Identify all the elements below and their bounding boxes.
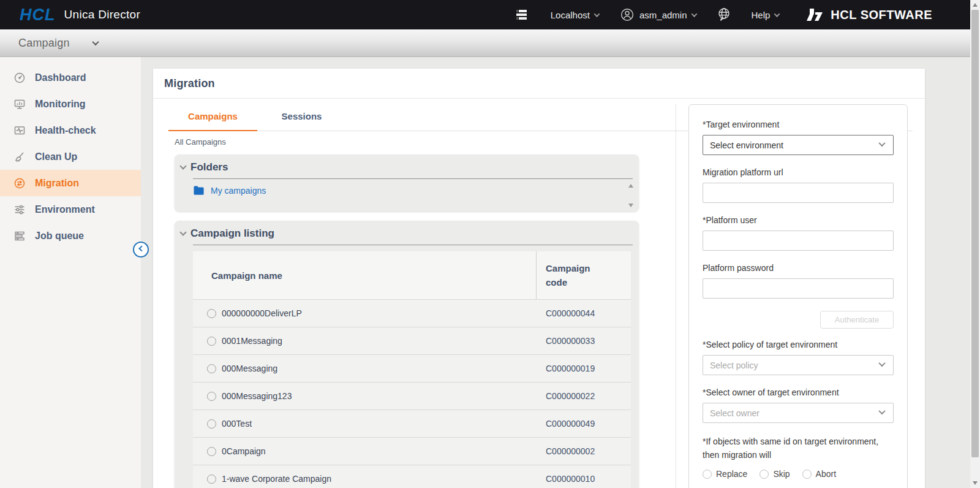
policy-select[interactable]: Select policy <box>703 355 894 375</box>
folder-icon <box>193 185 205 196</box>
divider <box>193 245 633 245</box>
row-radio-button[interactable] <box>207 364 216 373</box>
section-collapse-chevron-icon[interactable] <box>179 162 186 169</box>
owner-label: *Select owner of target environment <box>703 387 894 397</box>
help-label: Help <box>752 10 771 20</box>
policy-placeholder: Select policy <box>710 360 758 370</box>
column-campaign-code: Campaign code <box>536 251 631 299</box>
folders-panel-header: Folders <box>175 154 639 173</box>
table-row[interactable]: 0Campaign C000000002 <box>193 437 631 465</box>
campaign-name-cell: 000000000DeliverLP <box>222 308 536 318</box>
username: asm_admin <box>639 10 687 20</box>
campaign-code-cell: C000000019 <box>546 364 595 373</box>
sidebar-item-label: Dashboard <box>35 72 86 83</box>
campaign-code-cell: C000000049 <box>546 419 595 429</box>
sidebar-item-environment[interactable]: Environment <box>0 196 141 223</box>
owner-select[interactable]: Select owner <box>703 403 894 423</box>
chevron-down-icon <box>878 360 885 367</box>
campaign-name-cell: 0001Messaging <box>222 336 536 346</box>
sidebar-item-migration[interactable]: Migration <box>0 170 141 196</box>
server-selector[interactable]: Localhost <box>551 10 599 20</box>
help-menu[interactable]: Help <box>752 10 780 20</box>
table-row[interactable]: 000Messaging123 C000000022 <box>193 382 631 410</box>
radio-option-abort[interactable]: Abort <box>802 469 836 479</box>
page-title: Migration <box>164 77 215 90</box>
top-navigation-bar: HCL Unica Director Localhost asm_admin <box>0 0 980 29</box>
table-row[interactable]: 000000000DeliverLP C000000044 <box>193 299 631 327</box>
folder-item-my-campaigns[interactable]: My campaigns <box>193 185 639 196</box>
application-dropdown[interactable]: Campaign <box>18 37 70 50</box>
section-collapse-chevron-icon[interactable] <box>179 229 186 235</box>
hcl-software-text: HCL SOFTWARE <box>831 8 932 22</box>
target-environment-select[interactable]: Select environment <box>703 135 894 155</box>
table-row[interactable]: 0001Messaging C000000033 <box>193 327 631 354</box>
campaign-code-cell: C000000033 <box>546 336 595 346</box>
user-menu[interactable]: asm_admin <box>620 7 696 22</box>
sidebar-item-label: Job queue <box>35 231 84 242</box>
job-queue-icon <box>13 230 26 242</box>
language-button[interactable] <box>717 7 731 22</box>
folders-scrollbar[interactable] <box>627 184 635 207</box>
conflict-policy-label: *If objects with same id on target envir… <box>703 435 894 462</box>
sidebar-item-health-check[interactable]: Health-check <box>0 117 141 143</box>
campaign-name-cell: 0Campaign <box>222 446 536 456</box>
campaign-name-cell: 1-wave Corporate Campaign <box>222 474 536 484</box>
product-title: Unica Director <box>64 8 141 21</box>
scrollbar-down-icon[interactable] <box>973 481 978 485</box>
target-environment-label: *Target environment <box>703 120 894 129</box>
row-radio-button[interactable] <box>207 419 216 429</box>
row-radio-button[interactable] <box>207 392 216 401</box>
authenticate-button[interactable]: Authenticate <box>820 311 894 329</box>
chevron-down-icon <box>594 11 600 17</box>
sidebar-collapse-button[interactable] <box>133 242 149 257</box>
table-row[interactable]: 000Test C000000049 <box>193 410 631 437</box>
listing-panel-header: Campaign listing <box>175 221 639 240</box>
row-radio-button[interactable] <box>207 447 216 456</box>
campaign-name-cell: 000Test <box>222 419 536 429</box>
application-selector-bar: Campaign <box>0 29 980 57</box>
scrollbar-thumb[interactable] <box>971 10 979 457</box>
table-row[interactable]: 1-wave Corporate Campaign C000000010 <box>193 465 631 488</box>
platform-user-input[interactable] <box>703 231 894 251</box>
scroll-up-icon[interactable] <box>628 184 633 188</box>
platform-url-label: Migration platform url <box>703 167 894 177</box>
tab-sessions[interactable]: Sessions <box>257 111 346 131</box>
chevron-down-icon <box>774 11 780 17</box>
hcl-software-mark-icon <box>804 7 823 23</box>
radio-option-replace[interactable]: Replace <box>703 469 747 479</box>
scroll-down-icon[interactable] <box>628 204 633 207</box>
campaign-name-cell: 000Messaging <box>222 364 536 373</box>
chevron-down-icon <box>878 408 885 414</box>
queue-list-icon <box>515 8 530 21</box>
campaign-name-cell: 000Messaging123 <box>222 391 536 401</box>
sidebar: Dashboard Monitoring Health-check C <box>0 57 141 488</box>
platform-url-input[interactable] <box>703 183 894 203</box>
campaign-listing-panel: Campaign listing Campaign name Campaign … <box>175 221 639 488</box>
sidebar-item-dashboard[interactable]: Dashboard <box>0 64 141 91</box>
platform-password-input[interactable] <box>703 278 894 299</box>
row-radio-button[interactable] <box>207 337 216 346</box>
divider <box>193 178 633 179</box>
sidebar-item-monitoring[interactable]: Monitoring <box>0 91 141 117</box>
globe-language-icon <box>717 7 731 22</box>
sidebar-item-clean-up[interactable]: Clean Up <box>0 143 141 170</box>
campaign-code-cell: C000000002 <box>546 446 595 456</box>
campaign-table-header: Campaign name Campaign code <box>193 251 631 299</box>
row-radio-button[interactable] <box>207 309 216 318</box>
sidebar-item-job-queue[interactable]: Job queue <box>0 223 141 249</box>
radio-icon <box>760 470 769 479</box>
page-scrollbar[interactable] <box>970 0 980 488</box>
radio-option-skip[interactable]: Skip <box>760 469 790 479</box>
page-header: Migration <box>153 69 925 99</box>
campaign-code-cell: C000000010 <box>546 474 595 484</box>
table-row[interactable]: 000Messaging C000000019 <box>193 354 631 382</box>
tab-campaigns[interactable]: Campaigns <box>168 111 257 131</box>
campaign-listing-title: Campaign listing <box>190 227 274 240</box>
queue-list-button[interactable] <box>515 8 530 21</box>
row-radio-button[interactable] <box>207 475 216 484</box>
environment-sliders-icon <box>13 204 26 216</box>
chevron-down-icon[interactable] <box>92 39 99 45</box>
app-window: HCL Unica Director Localhost asm_admin <box>0 0 980 488</box>
scrollbar-up-icon[interactable] <box>973 3 978 7</box>
platform-password-label: Platform password <box>703 263 894 273</box>
